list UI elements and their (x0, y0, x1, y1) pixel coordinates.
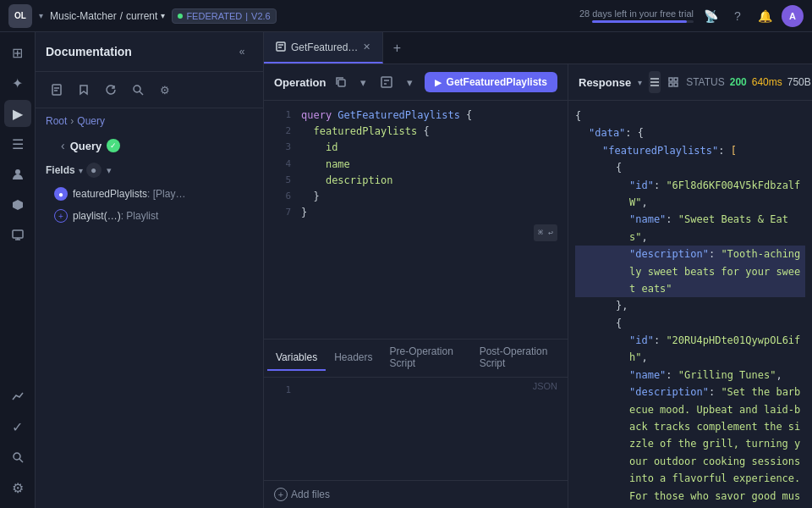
resp-line: "name": "Grilling Tunes", (575, 367, 805, 384)
breadcrumb-child[interactable]: Query (77, 115, 105, 127)
topbar: OL ▾ Music-Matcher / current ▾ FEDERATED… (0, 0, 812, 32)
svg-point-0 (15, 169, 20, 174)
sidebar-item-users[interactable] (4, 161, 31, 188)
add-files-button[interactable]: + Add files (274, 488, 330, 501)
fields-sort-icon[interactable]: ▾ (79, 166, 83, 175)
run-query-button[interactable]: ▶ GetFeaturedPlaylists (425, 72, 557, 92)
sidebar-item-monitor[interactable] (4, 222, 31, 249)
status-dot (178, 14, 183, 19)
operation-title: Operation (274, 76, 326, 89)
app-logo[interactable]: OL (8, 4, 32, 28)
resp-line: "data": { (575, 124, 805, 141)
doc-tool-bookmark[interactable] (73, 79, 95, 101)
doc-sidebar-tools: ⚙ (36, 72, 263, 108)
response-status: STATUS 200 640ms 750B (686, 76, 811, 88)
status-time: 640ms (752, 76, 782, 88)
tab-post-operation[interactable]: Post-Operation Script (471, 340, 564, 377)
operation-options-button[interactable]: ▾ (355, 71, 371, 93)
doc-tool-settings[interactable]: ⚙ (154, 79, 176, 101)
project-name[interactable]: Music-Matcher (50, 10, 117, 22)
variables-tabs: Variables Headers Pre-Operation Script P… (264, 340, 568, 378)
tab-label: GetFeatured… (291, 41, 358, 53)
broadcast-icon[interactable]: 📡 (700, 6, 721, 26)
status-size: 750B (787, 76, 811, 88)
code-editor[interactable]: 1 query GetFeaturedPlaylists { 2 feature… (264, 101, 568, 339)
code-line-4: 4 name (264, 157, 568, 173)
operation-panel: Operation ▾ ▾ ▶ GetFeaturedPlaylists (264, 64, 568, 508)
status-code: 200 (730, 76, 747, 88)
trial-bar (592, 20, 694, 23)
resp-line: { (575, 159, 805, 176)
field-item-playlist[interactable]: + playlist(…): Playlist (36, 205, 263, 227)
operation-more-button[interactable]: ▾ (402, 71, 418, 93)
svg-rect-16 (381, 77, 392, 87)
doc-tool-refresh[interactable] (100, 79, 122, 101)
logo-chevron[interactable]: ▾ (39, 11, 43, 20)
doc-query-row: ‹ Query ✓ (36, 134, 263, 157)
variables-editor[interactable]: 1 (264, 378, 523, 480)
add-files-label: Add files (291, 489, 330, 500)
doc-tool-document[interactable] (46, 79, 68, 101)
doc-tool-search[interactable] (127, 79, 149, 101)
resp-line: { (575, 108, 805, 124)
branch-chevron[interactable]: ▾ (161, 11, 165, 20)
sidebar-item-play[interactable]: ▶ (4, 100, 31, 127)
response-view-grid[interactable] (667, 71, 679, 93)
svg-rect-23 (674, 78, 678, 81)
tab-pre-operation[interactable]: Pre-Operation Script (381, 340, 471, 377)
sidebar-item-list[interactable]: ☰ (4, 130, 31, 157)
tab-headers[interactable]: Headers (326, 345, 381, 371)
main-content: GetFeatured… ✕ + Operation ▾ ▾ (264, 32, 812, 508)
variables-panel: Variables Headers Pre-Operation Script P… (264, 339, 568, 508)
operation-format-button[interactable] (379, 71, 395, 93)
sidebar-item-check[interactable]: ✓ (4, 413, 31, 440)
svg-rect-25 (674, 83, 678, 86)
fields-row: Fields ▾ ● ▾ (36, 157, 263, 183)
code-line-1: 1 query GetFeaturedPlaylists { (264, 108, 568, 124)
response-body[interactable]: { "data": { "featuredPlaylists": [ { "id… (568, 101, 812, 508)
keyboard-hint: ⌘ ↩ (264, 221, 568, 245)
operation-copy-button[interactable] (332, 71, 348, 93)
doc-sidebar: Documentation « ⚙ Root › Query ‹ Que (36, 32, 264, 508)
tab-variables[interactable]: Variables (267, 345, 326, 371)
badge-status: FEDERATED (186, 11, 242, 21)
tab-doc-icon (276, 41, 286, 53)
response-view-lines[interactable] (649, 71, 661, 93)
code-line-2: 2 featuredPlaylists { (264, 124, 568, 140)
query-status-check: ✓ (107, 139, 120, 152)
tab-close-button[interactable]: ✕ (363, 41, 370, 52)
field-name: featuredPlaylists (73, 188, 147, 200)
sidebar-item-puzzle[interactable] (4, 191, 31, 218)
svg-rect-12 (277, 42, 285, 51)
main-layout: ⊞ ✦ ▶ ☰ ✓ ⚙ Documentation « (0, 32, 812, 508)
badge-version: V2.6 (251, 11, 271, 21)
svg-line-6 (19, 459, 23, 462)
resp-line: "description": "Set the barbecue mood. U… (575, 384, 805, 508)
add-files-row: + Add files (264, 480, 568, 508)
sidebar-item-settings[interactable]: ⚙ (4, 474, 31, 501)
field-item-featured-playlists[interactable]: ● featuredPlaylists: [Play… (36, 183, 263, 205)
field-icon-plus: + (54, 209, 68, 223)
svg-point-5 (14, 453, 20, 460)
resp-line: "featuredPlaylists": [ (575, 142, 805, 159)
fields-add-button[interactable]: ● (86, 163, 102, 178)
breadcrumb-separator: › (70, 115, 74, 127)
avatar[interactable]: A (782, 5, 804, 27)
fields-more-icon[interactable]: ▾ (107, 165, 112, 176)
tab-get-featured[interactable]: GetFeatured… ✕ (264, 32, 383, 64)
branch-name[interactable]: current (126, 10, 157, 22)
sidebar-item-search-code[interactable] (4, 444, 31, 471)
breadcrumb-root[interactable]: Root (46, 115, 67, 127)
add-tab-button[interactable]: + (383, 32, 410, 64)
svg-marker-1 (13, 200, 23, 210)
sidebar-collapse-button[interactable]: « (231, 41, 253, 63)
sidebar-item-graph[interactable]: ✦ (4, 69, 31, 97)
response-title: Response (579, 76, 631, 89)
doc-back-button[interactable]: ‹ (61, 139, 65, 152)
notification-icon[interactable]: 🔔 (754, 6, 775, 26)
sidebar-item-analytics[interactable] (4, 383, 31, 410)
help-icon[interactable]: ? (727, 6, 748, 26)
sidebar-item-home[interactable]: ⊞ (4, 39, 31, 66)
resp-line: "name": "Sweet Beats & Eats", (575, 211, 805, 246)
response-chevron[interactable]: ▾ (638, 78, 642, 87)
